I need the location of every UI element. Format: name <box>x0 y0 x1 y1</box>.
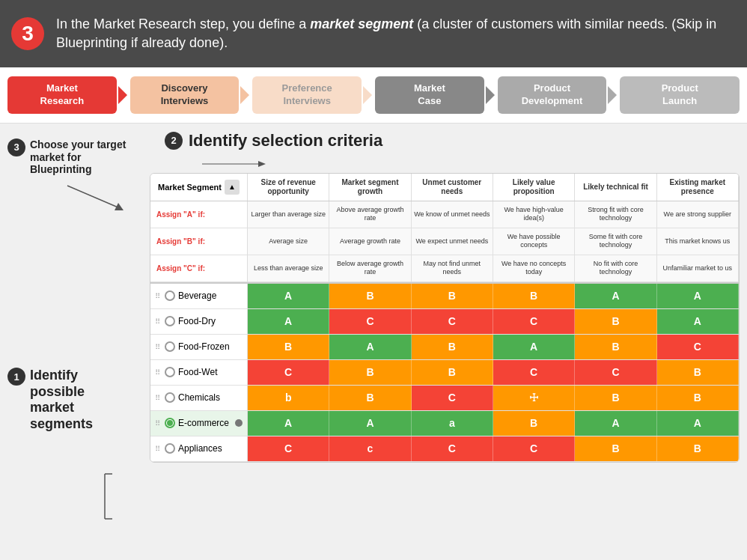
table-row[interactable]: ⠿AppliancesCcCCBB <box>150 436 739 462</box>
table-row[interactable]: ⠿Food-DryACCCBA <box>150 309 739 335</box>
step1-label: 1 Identifypossiblemarketsegments <box>7 368 142 432</box>
left-panel: 3 Choose your targetmarket for Blueprint… <box>7 131 142 549</box>
row-radio[interactable] <box>165 290 175 301</box>
main-table: Market Segment ▲ Size of revenue opportu… <box>150 173 740 463</box>
segment-name: Beverage <box>178 290 216 301</box>
row-radio[interactable] <box>165 341 175 352</box>
drag-handle-icon[interactable]: ⠿ <box>155 343 160 351</box>
table-row[interactable]: ⠿Food-FrozenBABABC <box>150 335 739 360</box>
step-arrow-4 <box>486 86 495 104</box>
grade-cell-5: B <box>657 386 739 410</box>
spacer <box>7 218 142 368</box>
segment-name: Chemicals <box>178 392 220 403</box>
grade-label: Assign "C" if: <box>150 255 248 281</box>
segment-name: Food-Wet <box>178 367 217 377</box>
row-radio[interactable] <box>165 316 175 326</box>
step-market-research[interactable]: MarketResearch <box>7 76 127 114</box>
row-radio[interactable] <box>165 392 175 403</box>
grade-cell-1: Above average growth rate <box>329 201 411 228</box>
step-market-case[interactable]: MarketCase <box>375 76 495 114</box>
grade-cell-1: c <box>329 436 411 461</box>
grade-cell-3: B <box>493 411 575 436</box>
grade-cell-2: May not find unmet needs <box>412 255 493 281</box>
grade-cell-4: A <box>575 284 656 308</box>
data-rows-area: ⠿BeverageABBBAA⠿Food-DryACCCBA⠿Food-Froz… <box>150 284 739 462</box>
svg-marker-6 <box>258 161 266 167</box>
table-row[interactable]: ⠿E-commerceAAaBAA <box>150 411 739 436</box>
grade-cell-0: C <box>248 436 329 461</box>
drag-handle-icon[interactable]: ⠿ <box>155 445 160 453</box>
table-row[interactable]: ⠿BeverageABBBAA <box>150 284 739 309</box>
crit-col-5: Likely technical fit <box>575 174 656 201</box>
step3-label: 3 Choose your targetmarket for Blueprint… <box>7 139 142 176</box>
crit-col-2: Market segment growth <box>329 174 411 201</box>
step-box-product-dev[interactable]: ProductDevelopment <box>498 76 607 114</box>
step1-number: 1 <box>7 368 25 386</box>
step2-circle: 2 <box>165 132 183 150</box>
grade-cell-1: B <box>329 360 411 385</box>
grade-cell-4: C <box>575 360 656 385</box>
grade-cell-2: B <box>412 284 493 308</box>
scroll-up-btn[interactable]: ▲ <box>225 180 240 195</box>
step3-text: Choose your targetmarket for Blueprintin… <box>30 139 142 176</box>
grade-cell-3: C <box>493 309 575 334</box>
grade-cell-2: We expect unmet needs <box>412 228 493 255</box>
grade-cell-2: a <box>412 411 493 436</box>
criteria-header-row: Market Segment ▲ Size of revenue opportu… <box>150 174 739 201</box>
drag-handle-icon[interactable]: ⠿ <box>155 317 160 326</box>
grade-cell-0: Average size <box>248 228 329 255</box>
step-product-development[interactable]: ProductDevelopment <box>498 76 618 114</box>
connector-svg <box>195 156 269 171</box>
step-arrow-1 <box>118 86 127 104</box>
grade-cell-1: Below average growth rate <box>329 255 411 281</box>
grade-cell-2: C <box>412 386 493 410</box>
grade-cell-2: C <box>412 309 493 334</box>
grade-cell-3: C <box>493 360 575 385</box>
grade-cell-2: B <box>412 335 493 359</box>
step-preference-interviews[interactable]: PreferenceInterviews <box>252 76 372 114</box>
table-row[interactable]: ⠿ChemicalsbBC☩BB <box>150 386 739 411</box>
grade-definition-row: Assign "B" if:Average sizeAverage growth… <box>150 228 739 255</box>
segment-name: Food-Dry <box>178 316 216 326</box>
grade-cell-5: C <box>657 335 739 359</box>
segment-col-label: Market Segment <box>158 183 222 192</box>
drag-handle-icon[interactable]: ⠿ <box>155 292 160 300</box>
grade-cell-1: B <box>329 386 411 410</box>
arrow-svg <box>7 182 127 212</box>
grade-cell-4: Some fit with core technology <box>575 228 656 255</box>
grade-cell-5: A <box>657 411 739 436</box>
crit-col-1: Size of revenue opportunity <box>248 174 329 201</box>
step-box-preference[interactable]: PreferenceInterviews <box>252 76 362 114</box>
step-box-discovery[interactable]: DiscoveryInterviews <box>130 76 240 114</box>
grade-cell-1: B <box>329 284 411 308</box>
step-product-launch[interactable]: ProductLaunch <box>620 76 740 114</box>
row-radio[interactable] <box>165 443 175 454</box>
grade-cell-1: A <box>329 411 411 436</box>
segment-name: Appliances <box>178 443 222 454</box>
row-radio[interactable] <box>165 418 175 428</box>
drag-handle-icon[interactable]: ⠿ <box>155 368 160 377</box>
grade-cell-3: We have high-value idea(s) <box>493 201 575 228</box>
grade-cell-2: We know of unmet needs <box>412 201 493 228</box>
step-box-product-launch[interactable]: ProductLaunch <box>620 76 740 114</box>
step-box-market-case[interactable]: MarketCase <box>375 76 484 114</box>
grade-cell-3: ☩ <box>493 386 575 410</box>
table-row[interactable]: ⠿Food-WetCBBCCB <box>150 360 739 386</box>
identify-header: 2 Identify selection criteria <box>150 131 740 150</box>
grade-cell-3: We have possible concepts <box>493 228 575 255</box>
segment-name-cell: ⠿Chemicals <box>150 386 248 410</box>
grade-cell-4: B <box>575 309 656 334</box>
step-arrow-3 <box>363 86 372 104</box>
grade-cell-3: C <box>493 436 575 461</box>
header: 3 In the Market Research step, you defin… <box>0 0 747 67</box>
drag-handle-icon[interactable]: ⠿ <box>155 394 160 402</box>
drag-handle-icon[interactable]: ⠿ <box>155 419 160 427</box>
step-box-market-research[interactable]: MarketResearch <box>7 76 117 114</box>
grade-cell-5: B <box>657 360 739 385</box>
segment-name: E-commerce <box>178 418 229 428</box>
grade-cell-0: A <box>248 411 329 436</box>
step-discovery-interviews[interactable]: DiscoveryInterviews <box>130 76 250 114</box>
selected-dot <box>235 419 243 427</box>
row-radio[interactable] <box>165 367 175 377</box>
grade-cell-0: C <box>248 360 329 385</box>
